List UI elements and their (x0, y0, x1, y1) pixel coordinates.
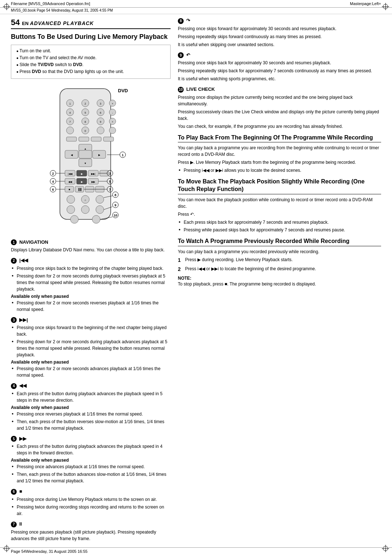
watch-note-area: NOTE: To stop playback, press ■. The pro… (178, 275, 381, 287)
moveback-p2: Press ↶. (178, 211, 381, 218)
main-heading: Buttons To Be Used During Live Memory Pl… (11, 33, 171, 41)
remote-diagram-area: DVD 1 2 3 + 4 5 6 (11, 83, 171, 236)
btn10-p1: Pressing once displays the picture curre… (178, 94, 381, 107)
nav-section: 1 NAVIGATION Displays Library Database D… (11, 239, 171, 254)
num-10: 10 (178, 87, 184, 93)
nav-heading: 1 NAVIGATION (11, 239, 171, 246)
watch-body: You can play back a programme you record… (178, 248, 381, 255)
main-content: 54 EN ADVANCED PLAYBACK Buttons To Be Us… (0, 14, 392, 554)
note-label: NOTE: (178, 276, 191, 281)
svg-text:6: 6 (100, 112, 101, 114)
playback-bullet: Pressing i◀◀ or ▶▶i allows you to locate… (178, 167, 381, 174)
nav-body: Displays Library Database DVD Navi menu.… (11, 247, 171, 253)
svg-text:8: 8 (114, 193, 116, 197)
header-bar: Filename [MV5S_09Advanced Operation.fm] … (0, 0, 392, 8)
svg-text:|◀◀: |◀◀ (68, 173, 73, 175)
svg-text:3: 3 (100, 102, 101, 105)
subline-label: MV5S_00.book Page 54 Wednesday, August 3… (11, 8, 113, 12)
btn2-avail: Available only when paused (11, 294, 171, 299)
svg-point-25 (66, 127, 74, 134)
btn2-avail-bullet: Pressing down for 2 or more seconds reve… (11, 300, 171, 313)
btn10-p2: Pressing successively clears the Live Ch… (178, 109, 381, 122)
svg-point-86 (96, 195, 104, 203)
watch-step-1: 1 Press ▶ during recording. Live Memory … (178, 256, 381, 264)
btn3-heading: 3 ▶▶| (11, 317, 171, 323)
svg-text:6: 6 (52, 188, 54, 191)
btn7-heading: 7 II (11, 521, 171, 527)
btn9-p2: Pressing repeatedly skips back for appro… (178, 68, 381, 74)
num-9: 9 (178, 52, 184, 58)
btn5-avail-bullet-2: Then, each press of the button advances … (11, 471, 171, 484)
playback-p2: Press ▶. Live Memory Playback starts fro… (178, 159, 381, 166)
svg-point-28 (97, 127, 104, 134)
svg-rect-38 (79, 150, 92, 158)
en-label: EN (22, 21, 28, 26)
masterpage-label: Masterpage:Left+ (350, 1, 381, 6)
svg-text:4: 4 (52, 180, 54, 183)
btn2-bullet-2: Pressing down for 2 or more seconds duri… (11, 273, 171, 292)
svg-text:3: 3 (109, 172, 111, 175)
btn8-p2: Pressing repeatedly skips forward contin… (178, 33, 381, 40)
note-text: To stop playback, press ■. The programme… (178, 281, 316, 287)
btn6-bullet-2: Pressing twice during recording stops re… (11, 504, 171, 517)
svg-text:▶▶|: ▶▶| (91, 173, 95, 175)
btn2-bullet-1: Pressing once skips back to the beginnin… (11, 265, 171, 272)
svg-point-97 (92, 215, 100, 223)
svg-text:⌂: ⌂ (85, 199, 86, 201)
num-3: 3 (11, 317, 17, 323)
svg-text:5: 5 (109, 180, 111, 183)
svg-text:▶▶: ▶▶ (91, 181, 95, 183)
svg-text:◀◀: ◀◀ (68, 181, 72, 183)
svg-rect-32 (91, 137, 101, 141)
section-title-bar: 54 EN ADVANCED PLAYBACK (11, 18, 171, 29)
btn6-section: 6 ■ Pressing once during Live Memory Pla… (11, 489, 171, 517)
corner-mark-tr (382, 3, 389, 10)
btn9-p3: It is useful when watching sports progra… (178, 76, 381, 82)
page-number: 54 (11, 18, 20, 27)
btn5-bullet-1: Each press of the button during playback… (11, 443, 171, 456)
btn4-avail-bullet-1: Pressing once reverses playback at 1/16 … (11, 411, 171, 417)
watch-heading: To Watch A Programme Previously Recorded… (178, 238, 381, 246)
svg-text:0: 0 (85, 130, 86, 132)
left-section-body: 1 NAVIGATION Displays Library Database D… (11, 239, 171, 542)
svg-text:▲: ▲ (84, 147, 87, 150)
btn9-p1: Pressing once skips back for approximate… (178, 60, 381, 66)
moveback-bullet-1: Each press skips back for approximately … (178, 219, 381, 226)
subheader: MV5S_00.book Page 54 Wednesday, August 3… (0, 8, 392, 14)
btn6-bullet-1: Pressing once during Live Memory Playbac… (11, 496, 171, 503)
svg-text:1: 1 (122, 153, 123, 157)
corner-mark-tl (3, 3, 10, 10)
dvd-label: DVD (118, 88, 128, 93)
num-2: 2 (11, 258, 17, 264)
btn4-heading: 4 ◀◀ (11, 383, 171, 389)
num-5: 5 (11, 436, 17, 442)
svg-text:8: 8 (85, 121, 86, 123)
moveback-section: To Move Back The Playback Position Sligh… (178, 178, 381, 233)
num-7: 7 (11, 522, 17, 527)
svg-text:+: + (112, 102, 113, 105)
btn10-section: 10 LIVE CHECK Pressing once displays the… (178, 86, 381, 130)
btn4-section: 4 ◀◀ Each press of the button during pla… (11, 383, 171, 432)
svg-rect-30 (66, 137, 77, 141)
num-1: 1 (11, 239, 17, 245)
btn5-avail: Available only when paused (11, 458, 171, 463)
svg-text:1: 1 (69, 102, 71, 105)
btn3-section: 3 ▶▶| Pressing once skips forward to the… (11, 317, 171, 379)
svg-text:+: + (112, 121, 113, 123)
num-6: 6 (11, 489, 17, 495)
playback-p1: You can play back a programme you are re… (178, 145, 381, 158)
svg-text:7: 7 (109, 188, 111, 191)
svg-text:2: 2 (85, 102, 86, 105)
setup-item-3: Slide the TV/DVD switch to DVD. (16, 62, 165, 68)
svg-point-91 (81, 206, 89, 214)
btn9-heading: 9 ↶ (178, 52, 381, 58)
btn5-avail-bullet-1: Pressing once advances playback at 1/16 … (11, 463, 171, 470)
btn10-heading: 10 LIVE CHECK (178, 86, 381, 93)
btn9-section: 9 ↶ Pressing once skips back for approxi… (178, 52, 381, 82)
moveback-p1: You can move back the playback position … (178, 197, 381, 210)
footer-bar: Page 54Wednesday, 31 August 2005 16:55 (0, 547, 392, 555)
svg-point-29 (109, 127, 116, 134)
svg-text:9: 9 (100, 121, 101, 123)
btn4-bullet-1: Each press of the button during playback… (11, 390, 171, 404)
btn5-heading: 5 ▶▶ (11, 436, 171, 442)
